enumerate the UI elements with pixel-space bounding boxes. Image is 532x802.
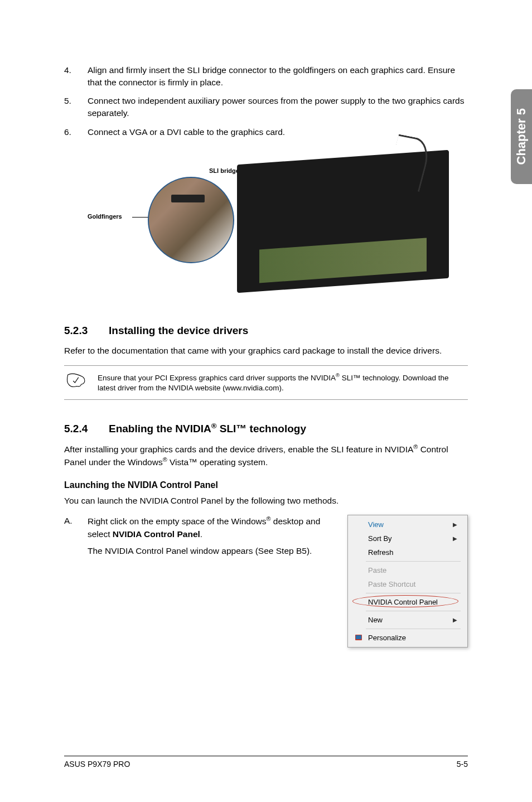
section-523-heading: 5.2.3Installing the device drivers	[64, 325, 468, 337]
note-text: Ensure that your PCI Express graphics ca…	[98, 371, 468, 394]
section-title: Enabling the NVIDIA® SLI™ technology	[109, 423, 306, 434]
step-letter: A.	[64, 515, 88, 558]
menu-separator	[366, 629, 461, 629]
figure-label-sli: SLI bridge	[209, 167, 239, 174]
menu-item-paste: Paste	[349, 563, 466, 577]
step-4: 4. Align and firmly insert the SLI bridg…	[64, 64, 468, 88]
menu-item-new[interactable]: New▶	[349, 613, 466, 627]
step-a-row: A. Right click on the empty space of the…	[64, 515, 468, 648]
section-523-body: Refer to the documentation that came wit…	[64, 345, 468, 357]
menu-item-paste-shortcut: Paste Shortcut	[349, 577, 466, 591]
section-524-heading: 5.2.4Enabling the NVIDIA® SLI™ technolog…	[64, 421, 468, 434]
menu-item-sortby[interactable]: Sort By▶	[349, 532, 466, 545]
step-number: 5.	[64, 95, 88, 119]
context-menu-figure: View▶ Sort By▶ Refresh Paste Paste Short…	[347, 515, 468, 648]
step-a: A. Right click on the empty space of the…	[64, 515, 331, 558]
step-a-text-col: A. Right click on the empty space of the…	[64, 515, 331, 558]
footer-product: ASUS P9X79 PRO	[64, 760, 130, 769]
chapter-tab: Chapter 5	[511, 89, 532, 184]
figure-sli-bridge: SLI bridge Goldfingers	[64, 146, 468, 302]
section-title: Installing the device drivers	[109, 325, 248, 336]
step-text: Align and firmly insert the SLI bridge c…	[88, 64, 468, 88]
section-524-body: After installing your graphics cards and…	[64, 443, 468, 469]
step-text: Connect two independent auxiliary power …	[88, 95, 468, 119]
page-footer: ASUS P9X79 PRO 5-5	[64, 756, 468, 769]
menu-separator	[366, 593, 461, 593]
chapter-tab-label: Chapter 5	[514, 108, 529, 165]
footer-page-number: 5-5	[457, 760, 468, 769]
launch-body: You can launch the NVIDIA Control Panel …	[64, 495, 468, 507]
alpha-list: A. Right click on the empty space of the…	[64, 515, 331, 558]
menu-item-refresh[interactable]: Refresh	[349, 545, 466, 559]
context-menu: View▶ Sort By▶ Refresh Paste Paste Short…	[347, 515, 468, 648]
figure-graphics-card	[237, 150, 449, 293]
procedure-list: 4. Align and firmly insert the SLI bridg…	[64, 64, 468, 138]
step-a-text: Right click on the empty space of the Wi…	[88, 515, 331, 558]
section-number: 5.2.3	[64, 325, 109, 337]
personalize-icon	[355, 634, 362, 642]
menu-item-personalize[interactable]: Personalize	[349, 631, 466, 645]
launch-subheading: Launching the NVIDIA Control Panel	[64, 480, 468, 490]
note-icon	[64, 371, 88, 389]
step-number: 6.	[64, 126, 88, 138]
menu-separator	[366, 611, 461, 611]
menu-separator	[366, 561, 461, 562]
menu-item-view[interactable]: View▶	[349, 518, 466, 532]
note-block: Ensure that your PCI Express graphics ca…	[64, 365, 468, 400]
submenu-arrow-icon: ▶	[453, 617, 457, 623]
step-5: 5. Connect two independent auxiliary pow…	[64, 95, 468, 119]
step-number: 4.	[64, 64, 88, 88]
section-number: 5.2.4	[64, 423, 109, 435]
submenu-arrow-icon: ▶	[453, 521, 457, 528]
menu-item-nvidia-control-panel[interactable]: NVIDIA Control Panel	[349, 595, 466, 609]
figure-label-goldfingers: Goldfingers	[88, 213, 122, 220]
svg-rect-1	[356, 635, 361, 639]
submenu-arrow-icon: ▶	[453, 535, 457, 542]
figure-zoom-circle	[148, 177, 234, 263]
